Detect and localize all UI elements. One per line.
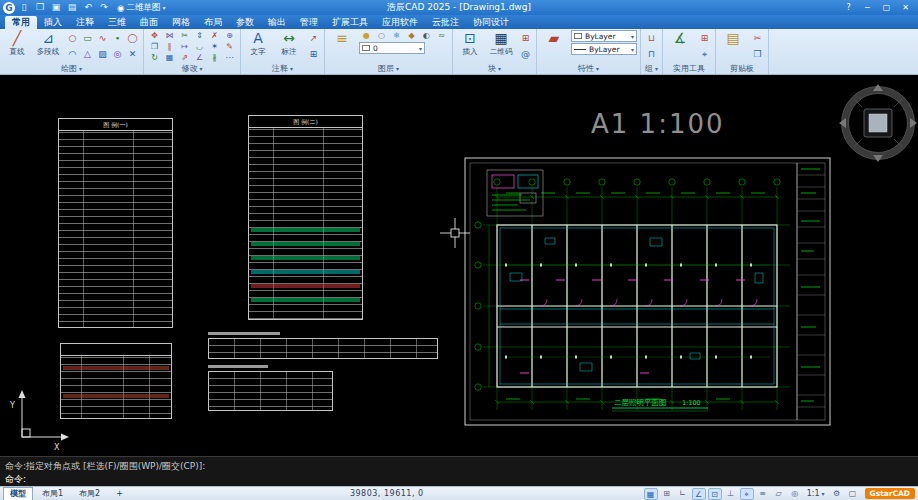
insert-block-button[interactable]: ⊡ 插入	[456, 30, 484, 57]
panel-label-layer[interactable]: 图层 ▾	[328, 63, 449, 74]
layer-off-icon[interactable]: ○	[374, 30, 389, 41]
circle-icon[interactable]: ○	[65, 30, 80, 46]
tab-3d[interactable]: 三维	[101, 16, 133, 29]
viewcube[interactable]	[839, 84, 917, 162]
layer-isolate-icon[interactable]: ◐	[419, 30, 434, 41]
grid-toggle[interactable]: ▦	[644, 488, 658, 500]
join-icon[interactable]: ⊕	[222, 30, 237, 41]
otrack-toggle[interactable]: ⊥	[724, 488, 738, 500]
move-icon[interactable]: ✥	[147, 30, 162, 41]
tab-express-tools[interactable]: 扩展工具	[325, 16, 375, 29]
block-attribute-icon[interactable]: @	[518, 46, 533, 62]
layer-match-icon[interactable]: ≈	[434, 30, 449, 41]
selection-cycling-toggle[interactable]: ◎	[788, 488, 802, 500]
layer-select[interactable]: 0 ▾	[359, 42, 425, 54]
copy-icon[interactable]: ❐	[147, 41, 162, 52]
redo-button[interactable]: ↷	[97, 1, 111, 14]
xline-icon[interactable]: ✕	[125, 46, 140, 62]
explode-icon[interactable]: ✶	[207, 41, 222, 52]
dynamic-input-toggle[interactable]: ⌖	[740, 488, 754, 500]
break-icon[interactable]: ∦	[207, 52, 222, 63]
tab-applications[interactable]: 应用软件	[375, 16, 425, 29]
fullscreen-toggle[interactable]: ▢	[846, 488, 860, 500]
annotation-scale-select[interactable]: 1:1 ▾	[804, 489, 828, 498]
ellipse-icon[interactable]: ◯	[125, 30, 140, 46]
ortho-toggle[interactable]: ∟	[676, 488, 690, 500]
text-button[interactable]: A 文字	[244, 30, 272, 57]
rotate-icon[interactable]: ↻	[147, 52, 162, 63]
arc-icon[interactable]: ◠	[65, 46, 80, 62]
minimize-button[interactable]: ─	[858, 1, 877, 14]
tab-collaboration[interactable]: 协同设计	[466, 16, 516, 29]
tab-annotate[interactable]: 注释	[69, 16, 101, 29]
layout1-tab[interactable]: 布局1	[35, 487, 70, 500]
layer-freeze-icon[interactable]: ❄	[389, 30, 404, 41]
offset-icon[interactable]: ∥	[162, 41, 177, 52]
measure-button[interactable]: ∡	[666, 30, 694, 47]
osnap-toggle[interactable]: ⊡	[708, 488, 722, 500]
close-button[interactable]: ✕	[896, 1, 915, 14]
qrcode-button[interactable]: ▦ 二维码	[487, 30, 515, 57]
layer-properties-button[interactable]: ≡	[328, 30, 356, 47]
copy-clip-icon[interactable]: ❐	[750, 46, 765, 62]
tab-manage[interactable]: 管理	[293, 16, 325, 29]
tab-parametric[interactable]: 参数	[229, 16, 261, 29]
hatch-icon[interactable]: ▨	[95, 46, 110, 62]
settings-gear-icon[interactable]: ⚙	[830, 488, 844, 500]
create-block-icon[interactable]: ⊞	[518, 30, 533, 46]
command-input-line[interactable]: 命令:	[5, 473, 913, 486]
lineweight-toggle[interactable]: ≡	[756, 488, 770, 500]
panel-label-clipboard[interactable]: 剪贴板	[719, 63, 765, 74]
add-layout-button[interactable]: +	[109, 487, 130, 500]
leader-icon[interactable]: ↗	[306, 30, 321, 46]
erase-icon[interactable]: ✗	[207, 30, 222, 41]
mirror-icon[interactable]: ⋈	[162, 30, 177, 41]
polar-toggle[interactable]: ∠	[692, 488, 706, 500]
id-point-icon[interactable]: ⌖	[697, 46, 712, 62]
polygon-icon[interactable]: △	[80, 46, 95, 62]
new-file-button[interactable]: ▯	[17, 1, 31, 14]
array-icon[interactable]: ▦	[162, 52, 177, 63]
tab-home[interactable]: 常用	[5, 16, 37, 29]
match-properties-button[interactable]: ▰	[540, 30, 568, 47]
layout2-tab[interactable]: 布局2	[72, 487, 107, 500]
scale-icon[interactable]: ⇗	[177, 52, 192, 63]
paste-button[interactable]: ▤	[719, 30, 747, 47]
panel-label-block[interactable]: 块 ▾	[456, 63, 533, 74]
linetype-select[interactable]: ByLayer ▾	[571, 43, 637, 55]
tab-mesh[interactable]: 网格	[165, 16, 197, 29]
ungroup-icon[interactable]: ⊓	[644, 46, 659, 62]
cut-icon[interactable]: ✂	[750, 30, 765, 46]
panel-label-properties[interactable]: 特性 ▾	[540, 63, 637, 74]
save-button[interactable]: ▣	[49, 1, 63, 14]
polyline-button[interactable]: ⊿ 多段线	[34, 30, 62, 57]
divide-icon[interactable]: ⋯	[222, 52, 237, 63]
point-icon[interactable]: ∙	[110, 30, 125, 46]
table-icon[interactable]: ⊞	[306, 46, 321, 62]
rectangle-icon[interactable]: ▭	[80, 30, 95, 46]
tab-layout[interactable]: 布局	[197, 16, 229, 29]
chamfer-icon[interactable]: ∠	[192, 52, 207, 63]
help-button[interactable]: ?	[839, 1, 858, 14]
polyline-edit-icon[interactable]: ✎	[222, 41, 237, 52]
tab-surface[interactable]: 曲面	[133, 16, 165, 29]
app-logo-icon[interactable]: G	[3, 2, 15, 14]
layer-on-icon[interactable]: ●	[359, 30, 374, 41]
calculator-icon[interactable]: ⊞	[697, 30, 712, 46]
trim-icon[interactable]: ✂	[177, 30, 192, 41]
open-file-button[interactable]: ❒	[33, 1, 47, 14]
fillet-icon[interactable]: ◡	[192, 41, 207, 52]
tab-output[interactable]: 输出	[261, 16, 293, 29]
model-tab[interactable]: 模型	[3, 487, 33, 500]
panel-label-annotate[interactable]: 注释 ▾	[244, 63, 321, 74]
maximize-button[interactable]: ▢	[877, 1, 896, 14]
group-icon[interactable]: ⊔	[644, 30, 659, 46]
color-select[interactable]: ByLayer ▾	[571, 30, 637, 42]
print-button[interactable]: ▤	[65, 1, 79, 14]
line-button[interactable]: ╱ 直线	[3, 30, 31, 57]
panel-label-draw[interactable]: 绘图 ▾	[3, 63, 140, 74]
dimension-button[interactable]: ↔ 标注	[275, 30, 303, 57]
model-space[interactable]: 图 例(一) 图 例(二)	[0, 75, 918, 456]
tab-cloud-markup[interactable]: 云批注	[425, 16, 466, 29]
stretch-icon[interactable]: ⇕	[192, 30, 207, 41]
